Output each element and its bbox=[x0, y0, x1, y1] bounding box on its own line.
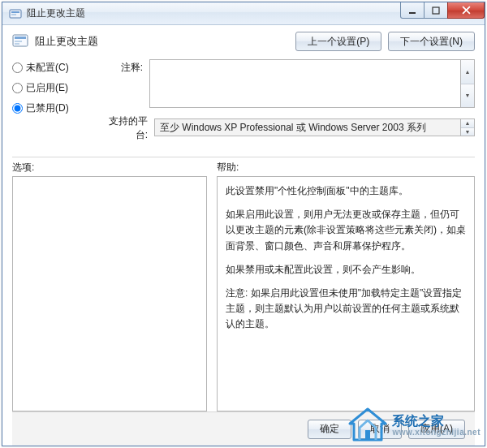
maximize-button[interactable] bbox=[424, 2, 448, 19]
options-column-label: 选项: bbox=[12, 161, 207, 174]
comment-scroll[interactable]: ▲ ▼ bbox=[461, 59, 475, 108]
radio-disabled-label: 已禁用(D) bbox=[26, 101, 69, 115]
svg-rect-8 bbox=[15, 43, 19, 45]
next-setting-button[interactable]: 下一个设置(N) bbox=[388, 32, 475, 51]
svg-rect-6 bbox=[15, 37, 26, 39]
section-divider bbox=[12, 157, 475, 157]
platform-scroll-down-icon[interactable]: ▼ bbox=[461, 128, 474, 136]
platform-scroll-up-icon[interactable]: ▲ bbox=[461, 119, 474, 128]
ok-button[interactable]: 确定 bbox=[308, 420, 351, 439]
radio-not-configured-label: 未配置(C) bbox=[26, 61, 69, 75]
window-title: 阻止更改主题 bbox=[27, 6, 401, 20]
svg-rect-1 bbox=[11, 11, 19, 13]
radio-enabled-input[interactable] bbox=[12, 83, 23, 93]
radio-enabled-label: 已启用(E) bbox=[26, 81, 68, 95]
comment-textarea[interactable] bbox=[149, 59, 461, 108]
apply-button[interactable]: 应用(A) bbox=[408, 420, 465, 439]
titlebar: 阻止更改主题 bbox=[2, 2, 485, 25]
radio-disabled[interactable]: 已禁用(D) bbox=[12, 101, 89, 115]
help-text-p2: 如果启用此设置，则用户无法更改或保存主题，但仍可以更改主题的元素(除非设置策略将… bbox=[226, 207, 466, 254]
svg-rect-3 bbox=[409, 12, 416, 14]
svg-rect-2 bbox=[11, 14, 16, 15]
radio-not-configured-input[interactable] bbox=[12, 62, 23, 73]
platform-label: 支持的平台: bbox=[97, 113, 154, 142]
help-panel: 此设置禁用"个性化控制面板"中的主题库。 如果启用此设置，则用户无法更改或保存主… bbox=[217, 176, 475, 411]
supported-platform-value: 至少 Windows XP Professional 或 Windows Ser… bbox=[154, 118, 461, 136]
policy-titlebar-icon bbox=[9, 7, 22, 20]
options-panel bbox=[12, 176, 207, 411]
previous-setting-button[interactable]: 上一个设置(P) bbox=[295, 32, 381, 51]
policy-title: 阻止更改主题 bbox=[35, 34, 289, 49]
radio-disabled-input[interactable] bbox=[12, 103, 23, 114]
help-text-p1: 此设置禁用"个性化控制面板"中的主题库。 bbox=[226, 183, 466, 199]
help-column-label: 帮助: bbox=[217, 161, 475, 174]
policy-icon bbox=[12, 33, 28, 50]
minimize-button[interactable] bbox=[400, 2, 425, 19]
state-radio-group: 未配置(C) 已启用(E) 已禁用(D) bbox=[12, 59, 89, 147]
radio-not-configured[interactable]: 未配置(C) bbox=[12, 61, 89, 75]
svg-rect-4 bbox=[433, 7, 439, 14]
help-text-p4: 注意: 如果启用此设置但未使用"加载特定主题"设置指定主题，则主题默认为用户以前… bbox=[226, 286, 466, 333]
comment-scroll-down-icon[interactable]: ▼ bbox=[461, 84, 474, 108]
help-text-p3: 如果禁用或未配置此设置，则不会产生影响。 bbox=[226, 262, 466, 278]
comment-label: 注释: bbox=[97, 59, 149, 75]
comment-scroll-up-icon[interactable]: ▲ bbox=[461, 60, 474, 84]
svg-rect-7 bbox=[15, 41, 22, 42]
platform-scroll[interactable]: ▲ ▼ bbox=[461, 118, 475, 136]
close-button[interactable] bbox=[447, 2, 485, 19]
radio-enabled[interactable]: 已启用(E) bbox=[12, 81, 89, 95]
cancel-button[interactable]: 取消 bbox=[358, 420, 402, 439]
